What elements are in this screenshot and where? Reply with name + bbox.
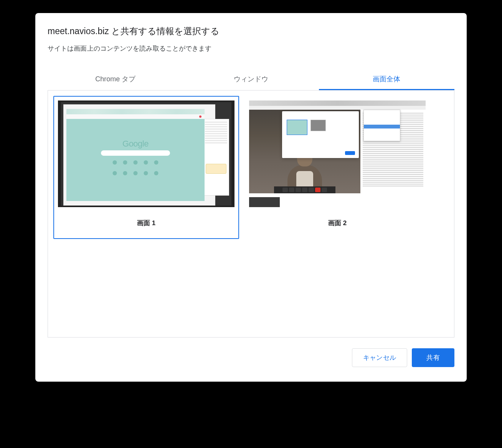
- dialog-subtitle: サイトは画面上のコンテンツを読み取ることができます: [48, 44, 454, 53]
- dialog-header: meet.navios.biz と共有する情報を選択する サイトは画面上のコンテ…: [35, 13, 467, 60]
- tab-entire-screen[interactable]: 画面全体: [319, 69, 454, 90]
- source-tabs: Chrome タブ ウィンドウ 画面全体: [48, 69, 454, 91]
- screen-option-1[interactable]: Google 画面 1: [53, 96, 239, 239]
- dialog-footer: キャンセル 共有: [35, 338, 467, 382]
- screen-label-2: 画面 2: [249, 219, 426, 227]
- screen-option-2[interactable]: 画面 2: [244, 96, 430, 239]
- screen-thumbnail-2: [249, 100, 426, 207]
- screen-thumbnail-1: Google: [58, 100, 234, 207]
- tab-chrome-tab[interactable]: Chrome タブ: [48, 69, 183, 90]
- screen-options-container: Google 画面 1: [48, 91, 454, 338]
- google-logo: Google: [122, 139, 149, 149]
- dialog-title: meet.navios.biz と共有する情報を選択する: [48, 25, 454, 37]
- cancel-button[interactable]: キャンセル: [352, 348, 408, 367]
- share-screen-dialog: meet.navios.biz と共有する情報を選択する サイトは画面上のコンテ…: [35, 13, 467, 382]
- share-button[interactable]: 共有: [412, 348, 454, 367]
- screen-label-1: 画面 1: [58, 219, 234, 227]
- tab-window[interactable]: ウィンドウ: [183, 69, 319, 90]
